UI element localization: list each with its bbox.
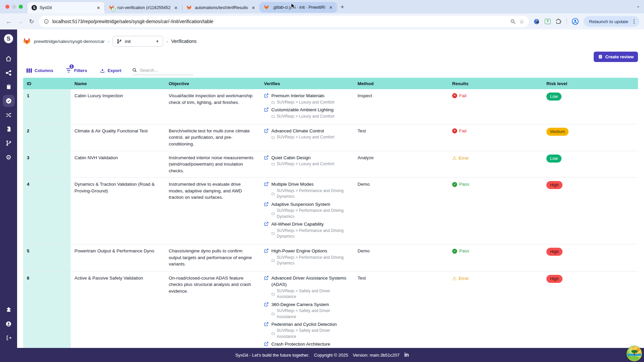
external-link-icon <box>264 182 269 186</box>
cell-method: Analyze <box>354 151 448 178</box>
table-row[interactable]: 3Cabin NVH ValidationInstrumented interi… <box>23 151 638 178</box>
graph-icon <box>5 70 12 76</box>
sidebar-item-branches[interactable] <box>3 137 15 149</box>
verify-item: Quiet Cabin DesignSUVReqs > Luxury and C… <box>264 155 349 167</box>
sidebar-item-settings[interactable]: ⚙ <box>3 151 15 163</box>
tab-close-icon[interactable]: ✕ <box>328 5 334 10</box>
cell-verifies: High-Power Engine OptionsSUVReqs > Perfo… <box>260 244 354 271</box>
verify-link[interactable]: 360-Degree Camera System <box>271 301 329 308</box>
verify-link[interactable]: Crash Protection Architecture <box>271 341 330 348</box>
bookmark-star-icon[interactable]: ☆ <box>519 18 524 25</box>
external-link-icon <box>264 222 269 226</box>
result-label: Pass <box>459 248 469 254</box>
tab-close-icon[interactable]: ✕ <box>173 5 179 10</box>
tab-close-icon[interactable]: ✕ <box>251 5 256 10</box>
download-icon <box>100 68 105 73</box>
column-header-method[interactable]: Method <box>354 81 448 86</box>
address-bar[interactable]: localhost:5173/repo/prewittridge/sales/s… <box>39 16 529 27</box>
column-header-id[interactable]: ID <box>23 81 71 86</box>
footer-version: Version: main.3b51c207 <box>353 353 399 358</box>
sidebar-item-home[interactable] <box>3 53 15 65</box>
browser-tab-run-verification[interactable]: ✓ run-verification (#116255452 ✕ <box>105 2 182 13</box>
sidebar-item-extensions[interactable] <box>3 304 15 316</box>
table-row[interactable]: 1Cabin Luxury InspectionVisual/tactile i… <box>23 89 638 124</box>
verify-link[interactable]: High-Power Engine Options <box>271 248 327 254</box>
linkedin-icon[interactable]: in <box>404 352 409 358</box>
breadcrumb-repo-link[interactable]: prewittridge/sales/sysgit-demos/car <box>34 39 105 44</box>
island-overlay-badge[interactable] <box>627 346 642 361</box>
gitlab-favicon-icon: ✓ <box>109 5 115 11</box>
result-label: Pass <box>459 181 469 188</box>
column-header-results[interactable]: Results <box>448 81 543 86</box>
verify-link[interactable]: Advanced Driver Assistance Systems (ADAS… <box>271 275 349 288</box>
browser-tab-automations[interactable]: automations/testVerifResults ✕ <box>182 2 260 13</box>
cell-result: ✓Pass <box>448 178 543 244</box>
cell-objective: Bench/vehicle test for multi-zone climat… <box>165 124 260 151</box>
privacy-extension-icon[interactable] <box>534 18 540 25</box>
column-header-verifies[interactable]: Verifies <box>260 81 354 86</box>
browser-tab-gitlab-ci-yml[interactable]: .gitlab-ci.yml · init · PrewittRi ✕ <box>260 2 337 13</box>
search-input[interactable] <box>140 68 187 73</box>
sidebar-item-logout[interactable] <box>3 332 15 344</box>
relaunch-to-update-button[interactable]: Relaunch to update ⋮ <box>584 16 639 27</box>
columns-button[interactable]: Columns <box>26 68 53 73</box>
minimize-window-button[interactable] <box>12 5 16 9</box>
filters-button[interactable]: 1 Filters <box>66 68 87 73</box>
reload-icon[interactable]: ↻ <box>28 18 36 25</box>
sysgit-logo[interactable]: S <box>4 34 13 43</box>
sidebar-item-traceability[interactable] <box>3 109 15 121</box>
browser-tab-sysgit[interactable]: S SysGit ✕ <box>28 2 105 13</box>
export-button[interactable]: Export <box>100 68 121 73</box>
zoom-out-icon[interactable] <box>510 19 516 24</box>
verify-link[interactable]: Quiet Cabin Design <box>271 155 311 161</box>
chrome-menu-kebab-icon[interactable]: ⋮ <box>632 18 637 24</box>
back-icon[interactable]: ← <box>5 18 13 25</box>
app-footer: SysGit - Let's build the future together… <box>0 348 644 362</box>
external-link-icon <box>264 342 269 346</box>
check-circle-icon <box>5 98 12 104</box>
sidebar-item-export-doc[interactable] <box>3 123 15 135</box>
column-header-objective[interactable]: Objective <box>165 81 260 86</box>
verify-path: SUVReqs > Luxury and Comfort <box>271 114 349 119</box>
app-sidebar: S ⚙ <box>0 29 17 348</box>
ci-success-icon: ✓ <box>111 7 115 11</box>
table-row[interactable]: 2Climate & Air Quality Functional TestBe… <box>23 124 638 151</box>
clipboard-icon <box>6 84 12 90</box>
forward-icon[interactable]: → <box>16 18 24 25</box>
search-field[interactable] <box>132 66 193 75</box>
sidebar-item-account[interactable] <box>3 318 15 330</box>
page-info-icon[interactable] <box>44 19 49 24</box>
table-row[interactable]: 4Dynamics & Traction Validation (Road & … <box>23 178 638 244</box>
search-icon <box>132 68 137 73</box>
verify-link[interactable]: Advanced Climate Control <box>271 128 324 134</box>
column-header-name[interactable]: Name <box>71 81 165 86</box>
verify-link[interactable]: Customizable Ambient Lighting <box>271 107 333 113</box>
screen: S SysGit ✕ ✓ run-verification (#11625545… <box>0 0 644 362</box>
verify-link[interactable]: Multiple Drive Modes <box>271 181 314 188</box>
sidebar-item-graph[interactable] <box>3 67 15 79</box>
verify-link[interactable]: Pedestrian and Cyclist Detection <box>271 321 337 328</box>
table-row[interactable]: 5Powertrain Output & Performance DynoCha… <box>23 244 638 271</box>
verify-link[interactable]: All-Wheel Drive Capability <box>271 221 324 228</box>
help-extension-icon[interactable]: ? <box>545 19 551 24</box>
tab-close-icon[interactable]: ✕ <box>96 5 101 10</box>
verify-link[interactable]: Premium Interior Materials <box>271 93 324 99</box>
extensions-puzzle-icon[interactable] <box>555 18 562 25</box>
cell-method: Demo <box>354 178 448 244</box>
create-review-button[interactable]: Create review <box>594 52 638 62</box>
sidebar-item-verifications[interactable] <box>3 95 15 107</box>
new-tab-button[interactable]: + <box>337 3 347 11</box>
cell-risk: High <box>543 244 638 271</box>
branch-selector[interactable]: init ▼ <box>113 36 163 47</box>
url-text[interactable]: localhost:5173/repo/prewittridge/sales/s… <box>52 19 507 24</box>
profile-avatar-icon[interactable] <box>572 18 579 25</box>
close-window-button[interactable] <box>5 5 9 9</box>
verify-link[interactable]: Adaptive Suspension System <box>271 201 330 208</box>
risk-badge: Low <box>546 93 561 101</box>
column-header-risk-level[interactable]: Risk level <box>543 81 638 86</box>
fullscreen-window-button[interactable] <box>19 5 23 9</box>
external-link-icon <box>264 155 269 160</box>
cell-id: 2 <box>23 124 71 151</box>
sidebar-item-requirements[interactable] <box>3 81 15 93</box>
tab-search-chevron-icon[interactable]: ⌄ <box>636 3 640 8</box>
